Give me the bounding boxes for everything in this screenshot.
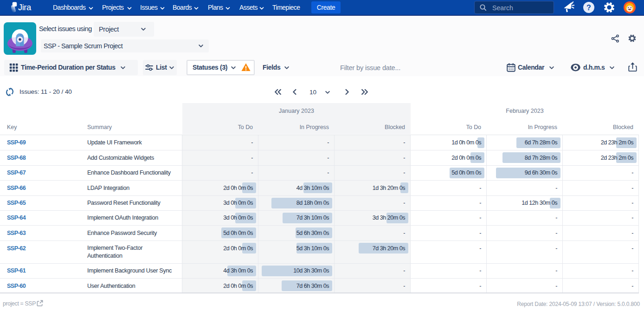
svg-text:?: ? xyxy=(586,4,591,12)
